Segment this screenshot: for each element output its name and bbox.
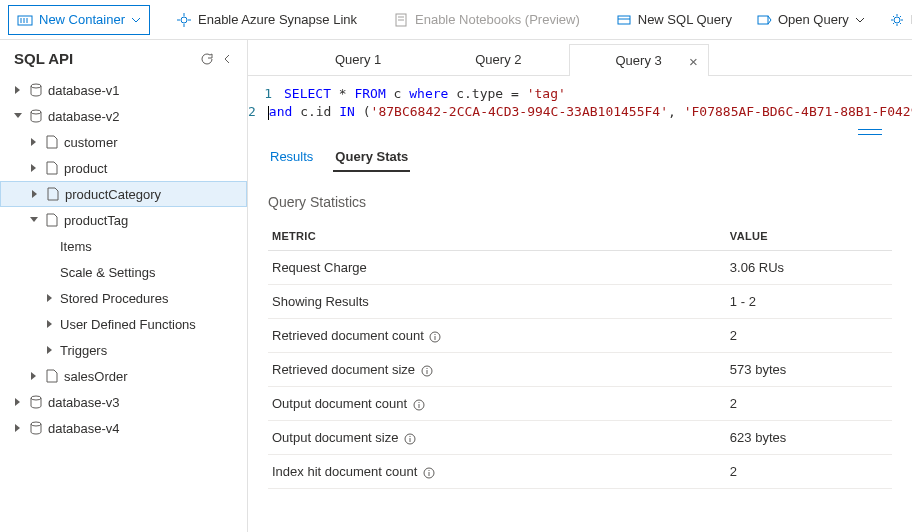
query-tab-bar: Query 1 Query 2 Query 3 ×	[248, 40, 912, 76]
subtab-results[interactable]: Results	[268, 143, 315, 172]
value-cell: 1 - 2	[726, 285, 892, 319]
database-icon	[28, 394, 44, 410]
tree-label: productCategory	[65, 187, 238, 202]
subtab-query-stats[interactable]: Query Stats	[333, 143, 410, 172]
metric-cell: Retrieved document count	[268, 319, 726, 353]
collapse-left-icon[interactable]	[223, 54, 233, 64]
tree-db-v4[interactable]: database-v4	[0, 415, 247, 441]
main-pane: Query 1 Query 2 Query 3 × 1 SELECT * FRO…	[248, 40, 912, 532]
tree-customer[interactable]: customer	[0, 129, 247, 155]
svg-point-5	[894, 17, 900, 23]
toolbar: New Container Enable Azure Synapse Link …	[0, 0, 912, 40]
caret-right-icon	[30, 372, 38, 380]
database-tree: database-v1 database-v2 customer product	[0, 77, 247, 451]
sql-icon	[616, 12, 632, 28]
tree-label: salesOrder	[64, 369, 239, 384]
tree-sales-order[interactable]: salesOrder	[0, 363, 247, 389]
metric-cell: Index hit document count	[268, 455, 726, 489]
synapse-button[interactable]: Enable Azure Synapse Link	[166, 0, 367, 40]
tree-udfs[interactable]: User Defined Functions	[0, 311, 247, 337]
svg-point-1	[181, 17, 187, 23]
info-icon[interactable]	[421, 365, 433, 377]
database-icon	[28, 82, 44, 98]
tab-label: Query 2	[475, 52, 521, 67]
value-cell: 573 bytes	[726, 353, 892, 387]
line-number: 1	[248, 85, 284, 103]
document-icon	[44, 212, 60, 228]
tree-label: Scale & Settings	[60, 265, 239, 280]
tree-db-v2[interactable]: database-v2	[0, 103, 247, 129]
new-container-label: New Container	[39, 12, 125, 27]
tree-db-v3[interactable]: database-v3	[0, 389, 247, 415]
tree-product-tag[interactable]: productTag	[0, 207, 247, 233]
metric-cell: Request Charge	[268, 251, 726, 285]
tree-label: productTag	[64, 213, 239, 228]
tree-label: product	[64, 161, 239, 176]
notebook-icon	[393, 12, 409, 28]
caret-down-icon	[14, 112, 22, 120]
value-cell: 2	[726, 319, 892, 353]
tab-query-2[interactable]: Query 2	[428, 43, 568, 75]
caret-right-icon	[31, 190, 39, 198]
new-sql-button[interactable]: New SQL Query	[606, 0, 742, 40]
info-icon[interactable]	[404, 433, 416, 445]
document-icon	[44, 368, 60, 384]
caret-right-icon	[14, 86, 22, 94]
open-query-button[interactable]: Open Query	[746, 0, 875, 40]
value-cell: 3.06 RUs	[726, 251, 892, 285]
caret-right-icon	[30, 164, 38, 172]
tree-label: User Defined Functions	[60, 317, 239, 332]
container-icon	[17, 12, 33, 28]
tree-product[interactable]: product	[0, 155, 247, 181]
tree-triggers[interactable]: Triggers	[0, 337, 247, 363]
result-tab-bar: Results Query Stats	[248, 139, 912, 172]
new-container-button[interactable]: New Container	[8, 5, 150, 35]
svg-point-7	[31, 110, 41, 114]
value-cell: 2	[726, 387, 892, 421]
table-row: Index hit document count 2	[268, 455, 892, 489]
tree-label: Triggers	[60, 343, 239, 358]
query-stats-panel: Query Statistics METRIC VALUE Request Ch…	[248, 172, 912, 532]
stats-title: Query Statistics	[268, 194, 892, 210]
tab-label: Query 3	[616, 53, 662, 68]
tree-label: database-v1	[48, 83, 239, 98]
table-row: Showing Results1 - 2	[268, 285, 892, 319]
table-row: Output document count 2	[268, 387, 892, 421]
tree-product-category[interactable]: productCategory	[0, 181, 247, 207]
caret-right-icon	[46, 346, 54, 354]
caret-right-icon	[30, 138, 38, 146]
tab-query-3[interactable]: Query 3 ×	[569, 44, 709, 76]
svg-point-9	[31, 422, 41, 426]
sidebar: SQL API database-v1 database-v2 customer	[0, 40, 248, 532]
tree-label: database-v4	[48, 421, 239, 436]
splitter[interactable]	[248, 125, 912, 139]
line-number: 2	[248, 103, 268, 121]
refresh-icon[interactable]	[199, 51, 215, 67]
close-icon[interactable]: ×	[689, 53, 698, 70]
tree-sprocs[interactable]: Stored Procedures	[0, 285, 247, 311]
open-query-icon	[756, 12, 772, 28]
new-sql-label: New SQL Query	[638, 12, 732, 27]
tab-query-1[interactable]: Query 1	[288, 43, 428, 75]
notebooks-button[interactable]: Enable Notebooks (Preview)	[383, 0, 590, 40]
sql-editor[interactable]: 1 SELECT * FROM c where c.type = 'tag' 2…	[248, 76, 912, 125]
tree-db-v1[interactable]: database-v1	[0, 77, 247, 103]
svg-point-6	[31, 84, 41, 88]
tree-items[interactable]: Items	[0, 233, 247, 259]
tree-label: customer	[64, 135, 239, 150]
svg-rect-4	[758, 16, 768, 24]
info-icon[interactable]	[413, 399, 425, 411]
info-icon[interactable]	[423, 467, 435, 479]
document-icon	[45, 186, 61, 202]
new-stored-button[interactable]: New Stored	[879, 0, 912, 40]
info-icon[interactable]	[429, 331, 441, 343]
synapse-label: Enable Azure Synapse Link	[198, 12, 357, 27]
metric-cell: Showing Results	[268, 285, 726, 319]
table-row: Request Charge3.06 RUs	[268, 251, 892, 285]
caret-down-icon	[30, 216, 38, 224]
svg-point-8	[31, 396, 41, 400]
tree-scale-settings[interactable]: Scale & Settings	[0, 259, 247, 285]
tree-label: database-v2	[48, 109, 239, 124]
table-row: Retrieved document count 2	[268, 319, 892, 353]
tree-label: Stored Procedures	[60, 291, 239, 306]
